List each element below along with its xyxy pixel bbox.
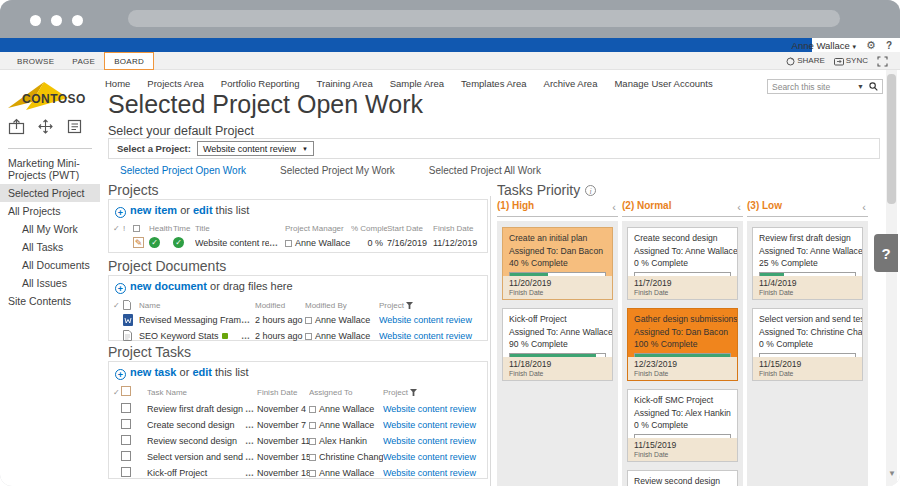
user-menu[interactable]: Anne Wallace ▾: [792, 40, 856, 51]
search-scope-caret-icon[interactable]: ▼: [857, 83, 864, 90]
ribbon-tab-page[interactable]: PAGE: [63, 52, 104, 70]
sidebar-item-selected-project[interactable]: Selected Project: [0, 184, 100, 202]
nav-training-area[interactable]: Training Area: [317, 78, 373, 89]
contoso-logo: Contoso: [6, 78, 98, 114]
ribbon-tab-browse[interactable]: BROWSE: [8, 52, 63, 70]
help-flyout-tab[interactable]: ?: [874, 234, 898, 272]
edit-pencil-icon[interactable]: ✎: [133, 237, 144, 248]
tab-selected-project-my-work[interactable]: Selected Project My Work: [280, 165, 395, 176]
kanban-card[interactable]: Review second design: [627, 470, 738, 486]
kanban-card[interactable]: Create an initial plan Assigned To: Dan …: [502, 227, 613, 300]
ellipsis-menu[interactable]: …: [245, 436, 257, 446]
info-icon[interactable]: i: [585, 185, 596, 196]
ellipsis-menu[interactable]: …: [241, 315, 255, 325]
new-item-link[interactable]: new item: [130, 204, 177, 216]
kanban-card[interactable]: Kick-off Project Assigned To: Anne Walla…: [502, 308, 613, 381]
share-site-icon[interactable]: [8, 118, 25, 135]
task-name[interactable]: Review second design: [147, 436, 245, 446]
ellipsis-menu[interactable]: …: [245, 404, 257, 414]
window-control-dot[interactable]: [30, 15, 41, 26]
kanban-card[interactable]: Kick-off SMC Project Assigned To: Alex H…: [627, 389, 738, 462]
project-link[interactable]: Website content review: [383, 420, 483, 430]
help-icon[interactable]: ?: [886, 40, 892, 51]
collapse-chevron-icon[interactable]: ‹: [612, 201, 616, 213]
task-checkbox[interactable]: [121, 435, 131, 445]
task-checkbox[interactable]: [121, 451, 131, 461]
task-name[interactable]: Create second design: [147, 420, 245, 430]
collapse-chevron-icon[interactable]: ‹: [737, 201, 741, 213]
task-checkbox[interactable]: [121, 419, 131, 429]
share-button[interactable]: SHARE: [786, 56, 825, 65]
tab-selected-project-all-work[interactable]: Selected Project All Work: [429, 165, 541, 176]
edit-list-link[interactable]: edit: [193, 204, 213, 216]
project-dropdown[interactable]: Website content review▼: [197, 141, 314, 156]
notebook-list-icon[interactable]: [66, 118, 83, 135]
ellipsis-menu[interactable]: …: [269, 238, 285, 248]
kanban-card[interactable]: Review first draft design Assigned To: A…: [752, 227, 863, 300]
sidebar-item-all-projects[interactable]: All Projects: [0, 202, 100, 220]
project-row[interactable]: ✎ ✓ ✓ Website content review … Anne Wall…: [109, 235, 487, 250]
search-input[interactable]: Search this site ▼: [767, 79, 883, 94]
project-link[interactable]: Website content review: [383, 436, 483, 446]
project-link[interactable]: Website content review: [383, 468, 483, 478]
nav-templates-area[interactable]: Templates Area: [461, 78, 526, 89]
task-row[interactable]: Select version and send test … November …: [109, 449, 487, 465]
task-name[interactable]: Review first draft design: [147, 404, 245, 414]
kanban-card[interactable]: Create second design Assigned To: Anne W…: [627, 227, 738, 300]
kanban-card[interactable]: Gather design submissions Assigned To: D…: [627, 308, 738, 381]
settings-gear-icon[interactable]: ⚙: [866, 39, 876, 52]
project-link[interactable]: Website content review: [379, 315, 483, 325]
nav-sample-area[interactable]: Sample Area: [390, 78, 444, 89]
task-checkbox[interactable]: [121, 467, 131, 477]
move-icon[interactable]: [37, 118, 54, 135]
document-name[interactable]: Revised Messaging Framework 2019: [139, 315, 241, 325]
sidebar-item-all-tasks[interactable]: All Tasks: [0, 238, 100, 256]
nav-manage-user-accounts[interactable]: Manage User Accounts: [614, 78, 712, 89]
select-all-checkbox[interactable]: [133, 225, 140, 232]
ellipsis-menu[interactable]: …: [241, 331, 255, 341]
task-row[interactable]: Create second design … November 7 Anne W…: [109, 417, 487, 433]
task-name[interactable]: Select version and send test: [147, 452, 245, 462]
sidebar-item-all-my-work[interactable]: All My Work: [0, 220, 100, 238]
project-link[interactable]: Website content review: [379, 331, 483, 341]
tab-selected-project-open-work[interactable]: Selected Project Open Work: [120, 165, 246, 176]
new-task-link[interactable]: new task: [130, 366, 176, 378]
sidebar-item-all-issues[interactable]: All Issues: [0, 274, 100, 292]
nav-portfolio-reporting[interactable]: Portfolio Reporting: [221, 78, 300, 89]
nav-archive-area[interactable]: Archive Area: [544, 78, 598, 89]
ellipsis-menu[interactable]: …: [245, 468, 257, 478]
task-row[interactable]: Kick-off Project … November 18 Anne Wall…: [109, 465, 487, 481]
filter-funnel-icon[interactable]: [406, 302, 413, 309]
project-link[interactable]: Website content review: [383, 452, 483, 462]
address-bar[interactable]: [128, 10, 840, 27]
sync-button[interactable]: SYNC: [834, 56, 868, 65]
sidebar-item-marketing-mini-projects[interactable]: Marketing Mini-Projects (PWT): [0, 154, 100, 184]
nav-home[interactable]: Home: [105, 78, 130, 89]
document-row[interactable]: SEO Keyword Stats … 2 hours ago Anne Wal…: [109, 328, 487, 343]
scrollbar-thumb[interactable]: [887, 74, 896, 204]
task-checkbox[interactable]: [121, 403, 131, 413]
focus-mode-icon[interactable]: [877, 56, 888, 67]
project-link[interactable]: Website content review: [383, 404, 483, 414]
filter-funnel-icon[interactable]: [410, 389, 417, 396]
task-row[interactable]: Review second design … November 11 Alex …: [109, 433, 487, 449]
task-row[interactable]: Review first draft design … November 4 A…: [109, 400, 487, 417]
window-control-dot[interactable]: [72, 15, 83, 26]
task-name[interactable]: Kick-off Project: [147, 468, 245, 478]
sidebar-item-all-documents[interactable]: All Documents: [0, 256, 100, 274]
nav-projects-area[interactable]: Projects Area: [147, 78, 204, 89]
edit-list-link[interactable]: edit: [192, 366, 212, 378]
document-name[interactable]: SEO Keyword Stats: [139, 331, 219, 341]
scrollbar-down-arrow-icon[interactable]: ▼: [888, 469, 896, 478]
kanban-card[interactable]: Select version and send test Assigned To…: [752, 308, 863, 381]
ellipsis-menu[interactable]: …: [245, 420, 257, 430]
collapse-chevron-icon[interactable]: ‹: [862, 201, 866, 213]
window-control-dot[interactable]: [51, 15, 62, 26]
sidebar-item-site-contents[interactable]: Site Contents: [0, 292, 100, 310]
search-icon[interactable]: [869, 82, 878, 91]
ribbon-tab-board[interactable]: BOARD: [104, 52, 154, 70]
ellipsis-menu[interactable]: …: [245, 452, 257, 462]
new-document-link[interactable]: new document: [130, 280, 207, 292]
project-title[interactable]: Website content review: [195, 238, 269, 248]
document-row[interactable]: Revised Messaging Framework 2019 … 2 hou…: [109, 312, 487, 328]
